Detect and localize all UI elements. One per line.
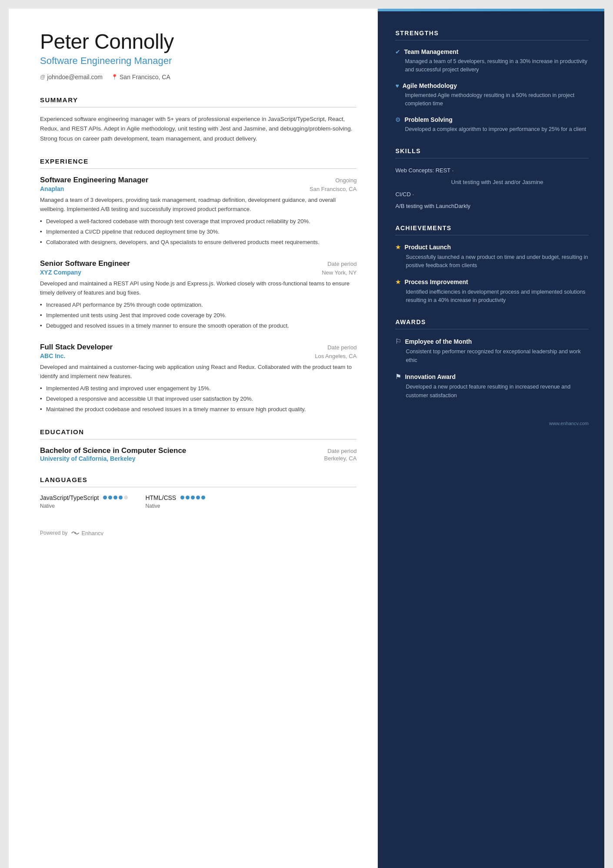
top-accent-bar [378, 9, 604, 11]
website-text: www.enhancv.com [549, 421, 589, 426]
award-2: ⚑ Innovation Award Developed a new produ… [395, 372, 589, 400]
dot [119, 496, 123, 499]
education-section: EDUCATION Bachelor of Science in Compute… [40, 428, 356, 462]
award-1: ⚐ Employee of the Month Consistent top p… [395, 337, 589, 365]
flag-icon: ⚑ [395, 372, 401, 381]
edu-1-date: Date period [327, 448, 356, 454]
job-2-role: Senior Software Engineer [40, 259, 130, 268]
job-3-location: Los Angeles, CA [315, 353, 356, 359]
languages-title: LANGUAGES [40, 476, 356, 483]
awards-title: AWARDS [395, 318, 589, 325]
candidate-title: Software Engineering Manager [40, 55, 356, 67]
lang-1-row: JavaScript/TypeScript [40, 494, 128, 501]
strength-3: ⚙ Problem Solving Developed a complex al… [395, 116, 589, 134]
awards-section: AWARDS ⚐ Employee of the Month Consisten… [395, 318, 589, 400]
job-1-bullets: Developed a well-factored codebase with … [40, 217, 356, 247]
header-contact: @ johndoe@email.com 📍 San Francisco, CA [40, 74, 356, 80]
edu-1-school-row: University of California, Berkeley Berke… [40, 455, 356, 462]
language-1: JavaScript/TypeScript Native [40, 494, 128, 509]
job-2-location: New York, NY [322, 269, 356, 276]
skills-title: SKILLS [395, 147, 589, 154]
job-3-role: Full Stack Developer [40, 343, 113, 352]
experience-divider [40, 168, 356, 169]
job-3-bullets: Implemented A/B testing and improved use… [40, 384, 356, 414]
lang-1-dots [103, 496, 128, 499]
job-3-company-row: ABC Inc. Los Angeles, CA [40, 352, 356, 359]
education-divider [40, 439, 356, 439]
job-1-header: Software Engineering Manager Ongoing [40, 176, 356, 184]
email-contact: @ johndoe@email.com [40, 74, 103, 80]
job-2-header: Senior Software Engineer Date period [40, 259, 356, 268]
left-footer: Powered by Enhancv [40, 530, 356, 536]
experience-section: EXPERIENCE Software Engineering Manager … [40, 158, 356, 414]
bullet-item: Increased API performance by 25% through… [40, 301, 356, 310]
summary-title: SUMMARY [40, 96, 356, 104]
achievement-2: ★ Process Improvement Identified ineffic… [395, 278, 589, 305]
edu-1-degree: Bachelor of Science in Computer Science [40, 446, 186, 455]
location-icon: 📍 [111, 74, 118, 80]
award-2-desc: Developed a new product feature resultin… [395, 383, 589, 400]
job-1-desc: Managed a team of 3 developers, providin… [40, 196, 356, 214]
skill-3: CI/CD · [395, 190, 589, 199]
job-2-desc: Developed and maintained a REST API usin… [40, 279, 356, 298]
strength-2-header: ♥ Agile Methodology [395, 82, 589, 89]
strength-3-desc: Developed a complex algorithm to improve… [395, 125, 589, 134]
strengths-title: STRENGTHS [395, 30, 589, 37]
email-value: johndoe@email.com [47, 74, 103, 80]
lang-1-name: JavaScript/TypeScript [40, 494, 99, 501]
achievement-2-name: Process Improvement [404, 278, 468, 285]
award-1-header: ⚐ Employee of the Month [395, 337, 589, 345]
strength-1-desc: Managed a team of 5 developers, resultin… [395, 57, 589, 74]
right-footer: www.enhancv.com [395, 421, 589, 426]
edu-1-school: University of California, Berkeley [40, 455, 135, 462]
dot [201, 496, 205, 499]
achievement-1-desc: Successfully launched a new product on t… [395, 253, 589, 270]
job-1-location: San Francisco, CA [310, 186, 356, 192]
lang-2-name: HTML/CSS [145, 494, 176, 501]
language-2: HTML/CSS Native [145, 494, 205, 509]
enhancv-brand: Enhancv [81, 530, 103, 536]
strength-3-header: ⚙ Problem Solving [395, 116, 589, 123]
edu-item-1: Bachelor of Science in Computer Science … [40, 446, 356, 462]
bullet-item: Debugged and resolved issues in a timely… [40, 322, 356, 331]
achievements-section: ACHIEVEMENTS ★ Product Launch Successful… [395, 225, 589, 305]
experience-title: EXPERIENCE [40, 158, 356, 165]
edu-1-location: Berkeley, CA [324, 455, 356, 462]
strength-2-desc: Implemented Agile methodology resulting … [395, 91, 589, 108]
left-panel: Peter Connolly Software Engineering Mana… [9, 9, 378, 868]
skill-4: A/B testing with LaunchDarkly [395, 202, 589, 211]
strength-1-header: ✔ Team Management [395, 48, 589, 55]
dot [108, 496, 112, 499]
header: Peter Connolly Software Engineering Mana… [40, 30, 356, 80]
education-title: EDUCATION [40, 428, 356, 436]
strength-2-name: Agile Methodology [403, 82, 457, 89]
job-2-company-row: XYZ Company New York, NY [40, 269, 356, 276]
dot [186, 496, 190, 499]
lang-2-row: HTML/CSS [145, 494, 205, 501]
achievement-1-name: Product Launch [404, 244, 451, 251]
bullet-item: Developed a responsive and accessible UI… [40, 395, 356, 404]
summary-divider [40, 107, 356, 107]
skill-2: Unit testing with Jest and/or Jasmine [399, 178, 589, 187]
dot [191, 496, 195, 499]
awards-divider [395, 329, 589, 329]
strength-2: ♥ Agile Methodology Implemented Agile me… [395, 82, 589, 108]
job-1: Software Engineering Manager Ongoing Ana… [40, 176, 356, 247]
job-3-desc: Developed and maintained a customer-faci… [40, 363, 356, 381]
lang-2-level: Native [145, 503, 205, 509]
star-icon: ★ [395, 278, 401, 286]
job-1-company-row: Anaplan San Francisco, CA [40, 185, 356, 192]
trophy-icon: ⚐ [395, 337, 401, 345]
edu-1-header: Bachelor of Science in Computer Science … [40, 446, 356, 455]
location-contact: 📍 San Francisco, CA [111, 74, 170, 80]
award-1-name: Employee of the Month [405, 338, 472, 345]
strength-3-name: Problem Solving [404, 116, 452, 123]
achievement-1: ★ Product Launch Successfully launched a… [395, 243, 589, 270]
job-3-date: Date period [327, 344, 356, 351]
skill-1: Web Concepts: REST · [395, 166, 589, 175]
dot [124, 496, 128, 499]
strength-1-name: Team Management [404, 48, 458, 55]
location-value: San Francisco, CA [120, 74, 170, 80]
job-2: Senior Software Engineer Date period XYZ… [40, 259, 356, 331]
job-2-date: Date period [327, 261, 356, 267]
